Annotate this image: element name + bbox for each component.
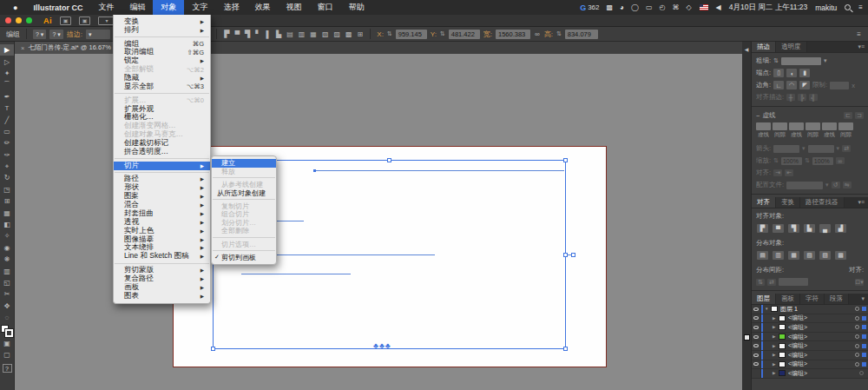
fill-stroke-swatches[interactable] [1, 325, 13, 337]
visibility-toggle[interactable] [752, 333, 761, 341]
selection-handle-bottom-left[interactable] [211, 347, 215, 351]
app-grid-icon[interactable]: ▩ [607, 3, 614, 11]
object-menu-item-16[interactable]: 拼合透明度… [114, 148, 210, 156]
dash-field-3[interactable] [806, 122, 820, 130]
menubar-item-9[interactable]: 帮助 [340, 0, 372, 15]
perspective-grid-tool[interactable]: ⊞ [0, 195, 14, 207]
layer-name[interactable]: <编组> [788, 314, 855, 322]
tab-artboards[interactable]: 画板 [776, 294, 800, 304]
layer-name[interactable]: 图层 1 [780, 305, 855, 314]
slice-submenu-item-4[interactable]: 从所选对象创建 [212, 188, 276, 197]
target-circle-icon[interactable] [855, 316, 859, 321]
rotate-tool[interactable]: ↻ [0, 172, 14, 183]
link-scale-icon[interactable]: ∞ [836, 157, 845, 164]
align-object-5-button[interactable]: ▟ [835, 224, 846, 233]
collapse-panels-icon[interactable]: ◀ [742, 46, 751, 52]
visibility-toggle[interactable] [752, 369, 761, 378]
width-tool[interactable]: ⌖ [0, 161, 14, 172]
arrow-scale-end-field[interactable]: 100% [812, 157, 833, 165]
disclosure-triangle[interactable]: ▶ [773, 334, 779, 339]
object-menu-item-8[interactable]: 显示全部⌥⌘3 [114, 83, 210, 91]
round-join-button[interactable]: ◠ [786, 81, 797, 89]
target-circle-icon[interactable] [855, 307, 859, 311]
menubar-item-4[interactable]: 文字 [184, 0, 215, 15]
layer-name[interactable]: <编组> [788, 360, 855, 368]
tab-align[interactable]: 对齐 [752, 197, 776, 208]
time-machine-icon[interactable]: ◴ [659, 3, 665, 11]
object-menu-item-18[interactable]: 切片▶ [114, 162, 210, 170]
layer-name[interactable]: <编组> [788, 333, 855, 341]
vertical-align-top-icon[interactable]: ▘ [254, 30, 261, 38]
distribute-object-3-button[interactable]: ▧ [804, 251, 815, 260]
distribute-object-1-button[interactable]: ▥ [773, 251, 784, 260]
arrow-align-end-button[interactable]: ⇤ [785, 169, 793, 176]
scale-tool[interactable]: ◳ [0, 184, 14, 195]
stroke-weight-stepper[interactable]: ⇅ [773, 57, 779, 64]
paintbrush-tool[interactable]: ✏ [0, 137, 14, 149]
tab-transparency[interactable]: 透明度 [776, 42, 807, 52]
zoom-tool[interactable]: ◌ [0, 312, 14, 323]
layer-row-2[interactable]: ▶<编组> [752, 323, 868, 333]
distribute-left-icon[interactable]: ▧ [321, 30, 330, 38]
dash-field-4[interactable] [822, 122, 837, 130]
stroke-swatch[interactable] [5, 329, 13, 337]
distribute-object-4-button[interactable]: ▨ [819, 251, 831, 260]
selection-handle-middle-right[interactable] [563, 253, 568, 257]
symbol-sprayer-tool[interactable]: ❋ [0, 254, 14, 265]
display-icon[interactable]: ▭ [646, 3, 653, 11]
height-stepper[interactable]: ⇅ [556, 30, 562, 37]
layer-thumbnail[interactable] [779, 334, 786, 340]
layer-row-6[interactable]: ▶<编组> [752, 360, 868, 370]
target-circle-icon[interactable] [855, 353, 859, 357]
arrange-documents-icon[interactable]: ▣ [60, 17, 71, 25]
stroke-color-dropdown[interactable]: ? ▾ [49, 30, 62, 39]
tab-transform[interactable]: 变换 [776, 197, 800, 208]
screen-mode-icon[interactable]: ▢ [0, 349, 14, 360]
hand-tool[interactable]: ✥ [0, 301, 14, 312]
target-circle-icon[interactable] [855, 344, 859, 348]
visibility-toggle[interactable] [752, 305, 761, 314]
disclosure-triangle[interactable]: ▼ [765, 307, 771, 311]
layer-name[interactable]: <编组> [788, 323, 855, 332]
menubar-clock[interactable]: 4月10日 周二 上午11:23 [729, 3, 808, 13]
selection-indicator[interactable] [862, 353, 866, 357]
distribute-spacing-field[interactable] [779, 278, 808, 286]
distribute-right-icon[interactable]: ▩ [345, 30, 353, 38]
dash-field-1[interactable] [773, 122, 787, 130]
dashed-line-checkbox[interactable]: − [756, 112, 760, 120]
slice-tool[interactable]: ✂ [0, 288, 14, 300]
help-icon[interactable]: ? [3, 364, 12, 373]
layer-row-1[interactable]: ▶<编组> [752, 314, 868, 324]
layers-panel-menu-icon[interactable]: ▾ [858, 294, 868, 304]
stroke-weight-field[interactable] [781, 57, 821, 65]
disclosure-triangle[interactable]: ▶ [773, 344, 779, 348]
layer-thumbnail[interactable] [779, 343, 786, 349]
volume-icon[interactable]: ◀ [716, 3, 721, 11]
menubar-item-7[interactable]: 视图 [278, 0, 309, 15]
selection-handle-bottom-right[interactable] [563, 347, 568, 351]
distribute-object-2-button[interactable]: ▦ [788, 251, 799, 260]
stroke-panel-menu-icon[interactable]: ▾≡ [854, 42, 868, 52]
align-dash-button[interactable]: ⊐ [855, 112, 864, 119]
align-object-2-button[interactable]: ▜ [788, 224, 799, 233]
notification-center-icon[interactable]: ≡ [858, 3, 863, 11]
y-field[interactable]: 481.422 [449, 30, 480, 39]
target-circle-icon[interactable] [855, 362, 859, 367]
magic-wand-tool[interactable]: ✦ [0, 68, 14, 79]
search-icon[interactable] [845, 4, 851, 10]
slice-submenu-item-13[interactable]: ✓剪切到画板 [212, 254, 276, 262]
browser-badge-icon[interactable]: G362 [580, 3, 599, 12]
distribute-center-v-icon[interactable]: ▥ [298, 30, 306, 38]
layer-thumbnail[interactable] [779, 361, 786, 367]
pen-tool[interactable]: ✒ [0, 91, 14, 102]
graph-tool[interactable]: ▥ [0, 265, 14, 276]
align-object-1-button[interactable]: ▀ [773, 224, 784, 233]
document-layout-icon[interactable]: ▣ [79, 17, 90, 25]
minimize-window-button[interactable] [16, 17, 22, 23]
disclosure-triangle[interactable]: ▶ [773, 362, 779, 367]
stroke-weight-dropdown[interactable]: ▾ [86, 30, 110, 39]
close-document-icon[interactable]: × [21, 44, 24, 52]
layer-row-0[interactable]: ▼图层 1 [752, 305, 868, 314]
anchor-point[interactable] [313, 169, 316, 172]
tab-layers[interactable]: 图层 [752, 294, 776, 304]
